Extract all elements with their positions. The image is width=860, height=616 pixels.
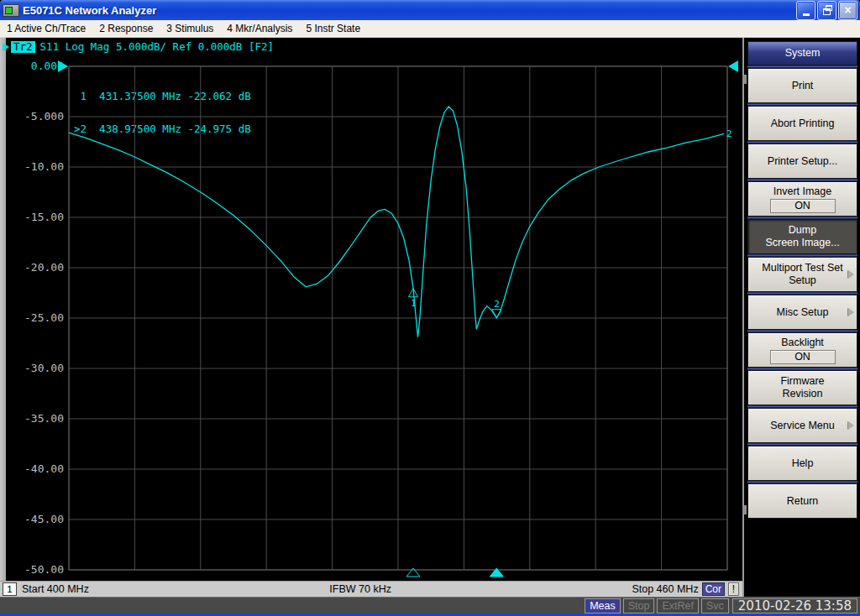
softkey-invert-image-state: ON xyxy=(770,199,836,213)
status-extref: ExtRef xyxy=(657,598,699,613)
channel-number[interactable]: 1 xyxy=(3,582,17,596)
close-button[interactable]: × xyxy=(838,1,857,20)
softkey-backlight[interactable]: BacklightON xyxy=(747,332,857,368)
close-icon: × xyxy=(844,4,851,16)
datetime: 2010-02-26 13:58 xyxy=(732,598,857,613)
softkey-printer-setup[interactable]: Printer Setup... xyxy=(747,144,857,179)
submenu-arrow-icon xyxy=(848,308,854,316)
softkey-return[interactable]: Return xyxy=(747,483,857,519)
analyzer-screen: Tr2 S11 Log Mag 5.000dB/ Ref 0.000dB [F2… xyxy=(0,38,742,597)
marker-2-label: 2 xyxy=(494,299,500,310)
softkey-list: SystemPrintAbort PrintingPrinter Setup..… xyxy=(747,41,857,519)
app-icon-screen xyxy=(5,7,13,14)
stop-group: Stop 460 MHz Cor ! xyxy=(632,582,739,596)
softkey-dump-screen-image[interactable]: DumpScreen Image... xyxy=(747,219,857,254)
s11-plot: 212 xyxy=(0,38,742,582)
softkey-label: Help xyxy=(792,457,814,470)
softkey-firmware-revision[interactable]: FirmwareRevision xyxy=(747,370,857,405)
softkey-invert-image[interactable]: Invert ImageON xyxy=(747,181,857,217)
warning-badge: ! xyxy=(728,582,739,596)
softkey-system[interactable]: System xyxy=(747,41,857,65)
softkey-print[interactable]: Print xyxy=(747,68,857,103)
main-content: Tr2 S11 Log Mag 5.000dB/ Ref 0.000dB [F2… xyxy=(0,38,860,597)
ifbw-readout[interactable]: IFBW 70 kHz xyxy=(89,583,632,595)
softkey-scroll-up-nub[interactable] xyxy=(743,75,747,84)
menu-3-stimulus[interactable]: 3 Stimulus xyxy=(160,20,220,37)
ref-level-marker-left-icon[interactable] xyxy=(58,60,68,72)
restore-button[interactable] xyxy=(817,1,836,20)
softkey-label: Service Menu xyxy=(770,420,834,432)
window-controls: × xyxy=(796,1,857,20)
status-meas: Meas xyxy=(585,598,621,613)
correction-badge: Cor xyxy=(702,582,725,596)
softkey-label: Print xyxy=(792,80,814,92)
softkey-service-menu[interactable]: Service Menu xyxy=(747,408,857,443)
marker-1-label: 1 xyxy=(411,298,417,309)
softkey-abort-printing[interactable]: Abort Printing xyxy=(747,106,857,141)
menu-1-active-ch-trace[interactable]: 1 Active Ch/Trace xyxy=(0,20,92,37)
softkey-label: Printer Setup... xyxy=(768,155,837,168)
menu-5-instr-state[interactable]: 5 Instr State xyxy=(299,20,367,37)
submenu-arrow-icon xyxy=(848,270,854,279)
softkey-label: Screen Image... xyxy=(765,237,839,249)
trace-end-label: 2 xyxy=(726,128,732,139)
menu-2-response[interactable]: 2 Response xyxy=(92,20,160,37)
menu-bar: 1 Active Ch/Trace2 Response3 Stimulus4 M… xyxy=(0,20,860,38)
softkey-label: Invert Image xyxy=(773,185,831,198)
app-icon xyxy=(3,4,19,17)
softkey-label: Abort Printing xyxy=(771,117,835,130)
softkey-backlight-state: ON xyxy=(770,350,836,364)
app-window: E5071C Network Analyzer × 1 Active Ch/Tr… xyxy=(0,0,860,616)
softkey-label: Return xyxy=(787,495,819,508)
status-stop: Stop xyxy=(623,598,655,613)
titlebar[interactable]: E5071C Network Analyzer × xyxy=(0,0,860,20)
softkey-scroll-down-nub[interactable] xyxy=(743,505,747,514)
softkey-label: Backlight xyxy=(781,337,824,349)
status-bar: MeasStopExtRefSvc 2010-02-26 13:58 xyxy=(0,597,860,614)
stop-frequency[interactable]: Stop 460 MHz xyxy=(632,583,698,595)
softkey-misc-setup[interactable]: Misc Setup xyxy=(747,295,857,330)
softkey-multiport-test-set-setup[interactable]: Multiport Test SetSetup xyxy=(747,257,857,292)
softkey-sidebar: SystemPrintAbort PrintingPrinter Setup..… xyxy=(742,38,860,597)
softkey-label: Revision xyxy=(783,388,823,400)
start-frequency[interactable]: Start 400 MHz xyxy=(22,583,89,595)
submenu-arrow-icon xyxy=(848,421,854,430)
restore-icon xyxy=(823,8,831,15)
statusbar-indicators: MeasStopExtRefSvc xyxy=(585,598,729,613)
s11-trace xyxy=(69,107,724,337)
softkey-help[interactable]: Help xyxy=(747,446,857,481)
softkey-label: Setup xyxy=(789,274,816,287)
minimize-icon xyxy=(803,13,810,16)
softkey-label: Misc Setup xyxy=(777,306,829,319)
softkey-label: Dump xyxy=(789,224,816,237)
softkey-label: Multiport Test Set xyxy=(762,262,842,274)
menu-4-mkr-analysis[interactable]: 4 Mkr/Analysis xyxy=(220,20,299,37)
softkey-label: System xyxy=(785,47,821,60)
channel-status-bar: 1 Start 400 MHz IFBW 70 kHz Stop 460 MHz… xyxy=(0,581,742,597)
ref-level-marker-right-icon[interactable] xyxy=(728,60,738,72)
softkey-label: Firmware xyxy=(780,375,824,388)
window-title: E5071C Network Analyzer xyxy=(23,4,793,17)
minimize-button[interactable] xyxy=(796,1,815,20)
status-svc: Svc xyxy=(701,598,729,613)
